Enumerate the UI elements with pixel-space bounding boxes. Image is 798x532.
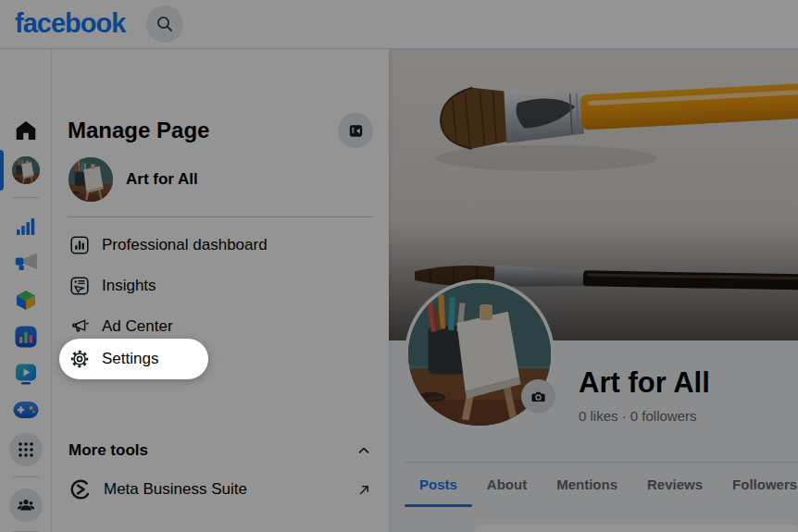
gear-icon — [69, 348, 91, 370]
menu-item-label: Settings — [102, 350, 158, 368]
menu-item-settings[interactable]: Settings — [59, 339, 208, 379]
dim-overlay — [0, 0, 798, 532]
facebook-manage-page-screen: facebook — [0, 0, 798, 532]
